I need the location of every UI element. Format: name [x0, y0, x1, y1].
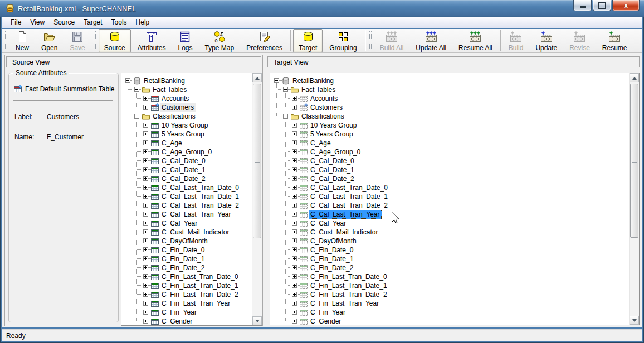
expand-icon[interactable] — [292, 247, 297, 252]
expand-icon[interactable] — [143, 140, 148, 145]
tree-item-c-gender[interactable]: C_Gender — [124, 317, 251, 326]
tree-item-c-cal-year[interactable]: C_Cal_Year — [272, 219, 628, 228]
tree-item-c-fin-last-tran-year[interactable]: C_Fin_Last_Tran_Year — [272, 299, 628, 308]
tree-item-fact-tables[interactable]: Fact Tables — [272, 85, 628, 94]
tree-item-customers[interactable]: Customers — [272, 103, 628, 112]
tree-item-accounts[interactable]: Accounts — [272, 94, 628, 103]
expand-icon[interactable] — [143, 176, 148, 181]
collapse-icon[interactable] — [283, 114, 288, 119]
source-scrollbar[interactable] — [252, 74, 262, 325]
scrollbar-thumb[interactable] — [630, 84, 638, 238]
expand-icon[interactable] — [292, 194, 297, 199]
toolbar-grip[interactable] — [369, 31, 372, 50]
tree-item-retailbanking[interactable]: RetailBanking — [272, 76, 628, 85]
expand-icon[interactable] — [292, 283, 297, 288]
expand-icon[interactable] — [292, 105, 297, 110]
expand-icon[interactable] — [143, 158, 148, 163]
expand-icon[interactable] — [143, 203, 148, 208]
tree-item-c-cal-last-tran-date-0[interactable]: C_Cal_Last_Tran_Date_0 — [124, 183, 251, 192]
tree-item-c-age-group-0[interactable]: C_Age_Group_0 — [124, 148, 251, 156]
tree-item-c-cal-last-tran-date-2[interactable]: C_Cal_Last_Tran_Date_2 — [124, 201, 251, 210]
menu-view[interactable]: View — [26, 17, 49, 28]
build-button[interactable]: Build — [503, 29, 529, 52]
menu-help[interactable]: Help — [131, 17, 154, 28]
tree-item-c-fin-last-tran-date-1[interactable]: C_Fin_Last_Tran_Date_1 — [124, 281, 251, 290]
collapse-icon[interactable] — [134, 114, 139, 119]
tree-item-c-fin-date-0[interactable]: C_Fin_Date_0 — [272, 246, 628, 254]
update-button[interactable]: Update — [530, 29, 563, 52]
expand-icon[interactable] — [292, 131, 297, 136]
expand-icon[interactable] — [292, 176, 297, 181]
tree-item-classifications[interactable]: Classifications — [272, 112, 628, 121]
tree-item-c-fin-last-tran-year[interactable]: C_Fin_Last_Tran_Year — [124, 299, 251, 308]
close-button[interactable]: x — [612, 0, 640, 11]
tree-item-c-fin-last-tran-date-1[interactable]: C_Fin_Last_Tran_Date_1 — [272, 281, 628, 290]
tree-item-c-cal-last-tran-date-1[interactable]: C_Cal_Last_Tran_Date_1 — [124, 192, 251, 201]
expand-icon[interactable] — [143, 318, 148, 324]
expand-icon[interactable] — [292, 256, 297, 261]
tree-item-c-dayofmonth[interactable]: C_DayOfMonth — [124, 237, 251, 246]
tree-item-c-fin-date-1[interactable]: C_Fin_Date_1 — [272, 254, 628, 263]
save-button[interactable]: Save — [64, 29, 90, 52]
expand-icon[interactable] — [292, 301, 297, 306]
scroll-up-button[interactable] — [630, 74, 639, 82]
grouping-button[interactable]: Grouping — [324, 29, 362, 52]
tree-item-classifications[interactable]: Classifications — [124, 112, 251, 121]
title-bar[interactable]: RetailBanking.xml - SuperCHANNEL x — [0, 0, 644, 17]
tree-item-c-cal-last-tran-year[interactable]: C_Cal_Last_Tran_Year — [124, 210, 251, 219]
expand-icon[interactable] — [143, 105, 148, 110]
scroll-up-button[interactable] — [252, 74, 262, 82]
preferences-button[interactable]: Preferences — [241, 29, 288, 52]
tree-item-accounts[interactable]: Accounts — [124, 94, 251, 103]
tree-item-c-fin-date-1[interactable]: C_Fin_Date_1 — [124, 254, 251, 263]
menu-tools[interactable]: Tools — [107, 17, 131, 28]
open-button[interactable]: Open — [36, 29, 63, 52]
expand-icon[interactable] — [292, 167, 297, 172]
build-all-button[interactable]: Build All — [374, 29, 409, 52]
tree-item-c-dayofmonth[interactable]: C_DayOfMonth — [272, 237, 628, 246]
tree-item-c-cal-last-tran-date-1[interactable]: C_Cal_Last_Tran_Date_1 — [272, 192, 628, 201]
tree-item-c-cust-mail-indicator[interactable]: C_Cust_Mail_Indicator — [272, 228, 628, 237]
tree-item-c-fin-last-tran-date-0[interactable]: C_Fin_Last_Tran_Date_0 — [272, 272, 628, 281]
expand-icon[interactable] — [143, 274, 148, 279]
tree-item-c-age-group-0[interactable]: C_Age_Group_0 — [272, 148, 628, 156]
tree-item-10-years-group[interactable]: 10 Years Group — [124, 121, 251, 130]
expand-icon[interactable] — [292, 212, 297, 217]
toolbar-grip[interactable] — [5, 31, 7, 50]
tree-item-c-fin-last-tran-date-2[interactable]: C_Fin_Last_Tran_Date_2 — [124, 290, 251, 299]
tree-item-c-cal-date-0[interactable]: C_Cal_Date_0 — [272, 156, 628, 165]
expand-icon[interactable] — [292, 265, 297, 270]
tree-item-c-cal-date-1[interactable]: C_Cal_Date_1 — [272, 165, 628, 174]
expand-icon[interactable] — [292, 318, 297, 324]
tree-item-c-fin-date-2[interactable]: C_Fin_Date_2 — [272, 263, 628, 272]
tree-item-retailbanking[interactable]: RetailBanking — [124, 76, 251, 85]
expand-icon[interactable] — [143, 131, 148, 136]
expand-icon[interactable] — [143, 149, 148, 154]
tree-item-c-cal-date-0[interactable]: C_Cal_Date_0 — [124, 156, 251, 165]
expand-icon[interactable] — [292, 220, 297, 226]
target-scrollbar[interactable] — [629, 74, 639, 325]
expand-icon[interactable] — [292, 122, 297, 128]
collapse-icon[interactable] — [125, 78, 130, 83]
expand-icon[interactable] — [143, 283, 148, 288]
expand-icon[interactable] — [143, 185, 148, 190]
expand-icon[interactable] — [292, 229, 297, 234]
tree-item-10-years-group[interactable]: 10 Years Group — [272, 121, 628, 130]
logs-button[interactable]: Logs — [172, 29, 198, 52]
expand-icon[interactable] — [143, 247, 148, 252]
minimize-button[interactable] — [573, 0, 592, 11]
expand-icon[interactable] — [143, 292, 148, 297]
tree-item-c-cal-last-tran-year[interactable]: C_Cal_Last_Tran_Year — [272, 210, 628, 219]
expand-icon[interactable] — [143, 167, 148, 172]
tree-item-c-fin-year[interactable]: C_Fin_Year — [124, 308, 251, 317]
new-button[interactable]: New — [10, 29, 35, 52]
expand-icon[interactable] — [292, 238, 297, 243]
tree-item-c-gender[interactable]: C_Gender — [272, 317, 628, 325]
tree-item-customers[interactable]: Customers — [124, 103, 251, 112]
expand-icon[interactable] — [143, 310, 148, 315]
maximize-button[interactable] — [593, 0, 611, 11]
revise-button[interactable]: Revise — [564, 29, 596, 52]
expand-icon[interactable] — [143, 301, 148, 306]
expand-icon[interactable] — [143, 212, 148, 217]
resume-all-button[interactable]: Resume All — [453, 29, 498, 52]
